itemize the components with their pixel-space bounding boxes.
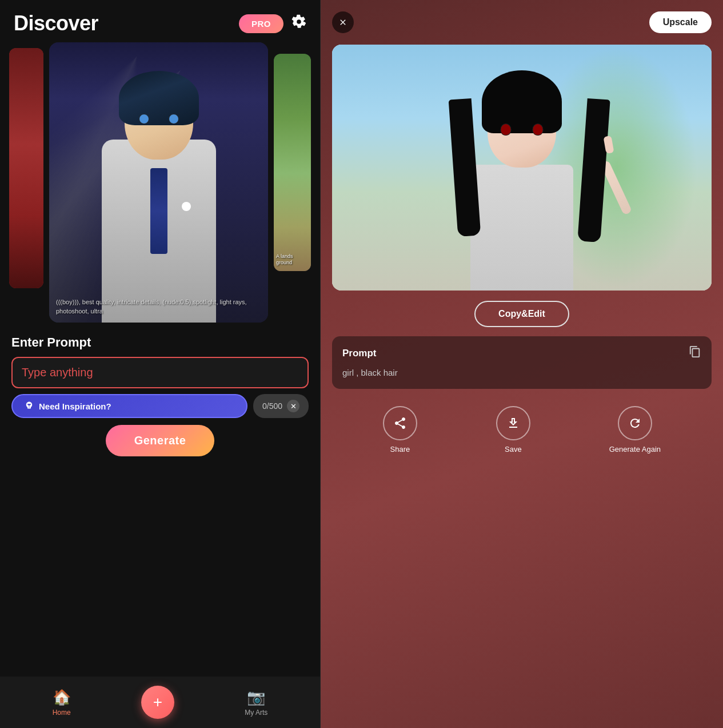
home-label: Home — [53, 709, 71, 717]
bulb-icon — [24, 401, 34, 411]
prompt-section: Enter Prompt Need Inspiration? 0/500 ✕ G… — [0, 328, 320, 461]
home-icon: 🏠 — [53, 689, 71, 706]
left-header: Discover PRO — [0, 0, 320, 42]
image-caption: (((boy))), best quality, intricate detai… — [56, 298, 261, 316]
close-icon — [338, 18, 347, 27]
share-button[interactable]: Share — [383, 406, 417, 453]
right-header: Upscale — [332, 11, 712, 33]
copy-prompt-button[interactable] — [689, 345, 701, 361]
share-icon — [393, 416, 407, 430]
generate-again-label: Generate Again — [609, 445, 661, 453]
right-panel: Upscale Copy&Edit Prompt — [321, 0, 723, 728]
nav-my-arts[interactable]: 📷 My Arts — [245, 689, 267, 717]
char-count-badge: 0/500 ✕ — [253, 394, 309, 418]
boy-tie — [150, 168, 167, 254]
save-icon-circle — [496, 406, 530, 440]
save-button[interactable]: Save — [496, 406, 530, 453]
prompt-text: girl , black hair — [342, 367, 701, 380]
header-right: PRO — [239, 14, 306, 33]
side-right-caption: A lands ground — [276, 253, 309, 266]
prompt-card-title: Prompt — [342, 348, 377, 359]
girl-body — [470, 165, 573, 291]
prompt-card-header: Prompt — [342, 345, 701, 361]
generate-again-icon-circle — [618, 406, 652, 440]
center-image-content: (((boy))), best quality, intricate detai… — [49, 42, 268, 323]
left-panel: Discover PRO — [0, 0, 320, 728]
download-icon — [506, 416, 520, 430]
pro-button[interactable]: PRO — [239, 14, 283, 33]
page-title: Discover — [14, 11, 98, 35]
copy-icon — [689, 345, 701, 358]
image-carousel: (((boy))), best quality, intricate detai… — [0, 42, 320, 328]
prompt-input-wrapper[interactable] — [11, 357, 309, 388]
inspiration-label: Need Inspiration? — [39, 401, 111, 411]
close-button[interactable] — [332, 11, 354, 33]
settings-button[interactable] — [291, 14, 306, 33]
anime-boy-bg — [49, 42, 268, 323]
clear-button[interactable]: ✕ — [287, 400, 299, 412]
camera-icon: 📷 — [247, 689, 265, 706]
my-arts-label: My Arts — [245, 709, 267, 717]
refresh-icon — [628, 416, 642, 430]
share-label: Share — [390, 445, 410, 453]
prompt-card: Prompt girl , black hair — [332, 336, 712, 389]
nav-add-button[interactable]: + — [141, 686, 174, 719]
generated-image — [332, 45, 712, 291]
generate-button[interactable]: Generate — [106, 425, 215, 456]
side-image-right[interactable]: A lands ground — [274, 54, 311, 271]
prompt-controls: Need Inspiration? 0/500 ✕ — [11, 394, 309, 418]
gear-icon — [291, 14, 306, 29]
action-buttons: Share Save Generate Again — [332, 406, 712, 453]
center-image[interactable]: (((boy))), best quality, intricate detai… — [49, 42, 268, 323]
enter-prompt-label: Enter Prompt — [11, 335, 309, 350]
char-count: 0/500 — [262, 401, 282, 411]
save-label: Save — [505, 445, 522, 453]
nav-home[interactable]: 🏠 Home — [53, 689, 71, 717]
inspiration-button[interactable]: Need Inspiration? — [11, 394, 247, 418]
plus-icon: + — [153, 694, 162, 710]
anime-girl-bg — [332, 45, 712, 291]
prompt-input[interactable] — [22, 366, 298, 379]
side-image-left[interactable] — [9, 48, 43, 288]
girl-eyes — [501, 124, 544, 136]
share-icon-circle — [383, 406, 417, 440]
upscale-button[interactable]: Upscale — [649, 11, 712, 33]
generate-again-button[interactable]: Generate Again — [609, 406, 661, 453]
copy-edit-button[interactable]: Copy&Edit — [474, 301, 569, 327]
bottom-nav: 🏠 Home + 📷 My Arts — [0, 677, 320, 728]
